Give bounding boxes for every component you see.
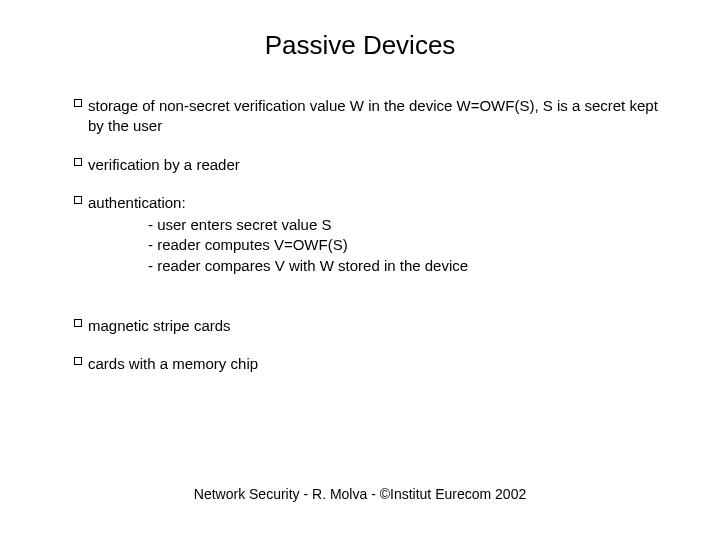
page-title: Passive Devices <box>50 30 670 61</box>
bullet-text: cards with a memory chip <box>88 355 258 372</box>
square-bullet-icon <box>74 158 82 166</box>
square-bullet-icon <box>74 196 82 204</box>
bullet-text: storage of non-secret verification value… <box>88 97 658 134</box>
bullet-storage: storage of non-secret verification value… <box>74 96 670 137</box>
content-area: storage of non-secret verification value… <box>50 96 670 374</box>
square-bullet-icon <box>74 319 82 327</box>
sub-item: - reader computes V=OWF(S) <box>148 235 670 255</box>
bullet-text: verification by a reader <box>88 156 240 173</box>
sub-item: - user enters secret value S <box>148 215 670 235</box>
bullet-verification: verification by a reader <box>74 155 670 175</box>
bullet-text: authentication: <box>88 194 186 211</box>
square-bullet-icon <box>74 99 82 107</box>
footer-text: Network Security - R. Molva - ©Institut … <box>0 486 720 502</box>
bullet-text: magnetic stripe cards <box>88 317 231 334</box>
bullet-cards-chip: cards with a memory chip <box>74 354 670 374</box>
sub-list: - user enters secret value S - reader co… <box>88 215 670 276</box>
bullet-authentication: authentication: - user enters secret val… <box>74 193 670 276</box>
sub-item: - reader compares V with W stored in the… <box>148 256 670 276</box>
slide: Passive Devices storage of non-secret ve… <box>0 0 720 540</box>
square-bullet-icon <box>74 357 82 365</box>
bullet-magnetic: magnetic stripe cards <box>74 316 670 336</box>
